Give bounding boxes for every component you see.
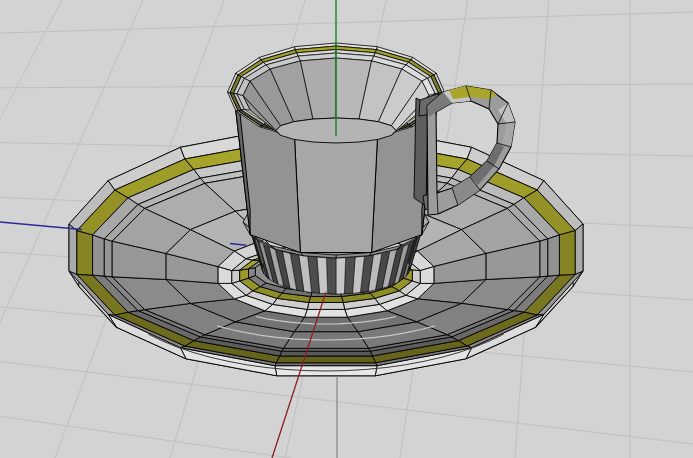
scene-canvas[interactable] — [0, 0, 693, 458]
3d-viewport[interactable] — [0, 0, 693, 458]
